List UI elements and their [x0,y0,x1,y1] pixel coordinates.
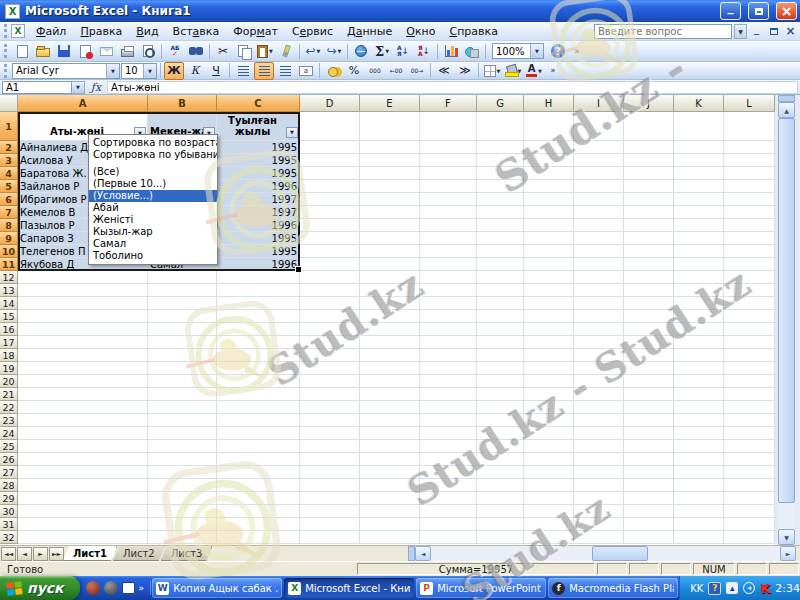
filter-item[interactable]: Кызыл-жар [89,226,217,238]
cell-A13[interactable] [18,284,148,297]
cell-C30[interactable] [217,505,300,518]
select-all-corner[interactable] [0,95,18,112]
cell-G10[interactable] [477,245,524,258]
cell-E30[interactable] [360,505,420,518]
cell-B21[interactable] [148,388,217,401]
cell-L12[interactable] [724,271,775,284]
filter-item[interactable]: Тоболино [89,250,217,262]
row-header-20[interactable]: 20 [0,375,18,388]
cell-E12[interactable] [360,271,420,284]
toolbar-options-button[interactable] [570,42,584,60]
cell-E4[interactable] [360,167,420,180]
cell-G31[interactable] [477,518,524,531]
column-header-G[interactable]: G [477,95,524,112]
app-launcher-icon[interactable] [104,581,118,595]
format-painter-button[interactable] [276,42,296,60]
cell-F5[interactable] [420,180,477,193]
fill-color-button[interactable]: ▼ [503,62,523,80]
cell-K18[interactable] [674,349,724,362]
cell-H16[interactable] [524,323,574,336]
cell-H14[interactable] [524,297,574,310]
cell-J21[interactable] [624,388,674,401]
cell-L26[interactable] [724,453,775,466]
cell-B29[interactable] [148,492,217,505]
row-header-30[interactable]: 30 [0,505,18,518]
cell-E1[interactable] [360,112,420,141]
row-header-16[interactable]: 16 [0,323,18,336]
cell-E29[interactable] [360,492,420,505]
kaspersky-icon[interactable]: K [760,581,770,596]
align-left-button[interactable] [233,62,253,80]
cell-J16[interactable] [624,323,674,336]
cell-D11[interactable] [300,258,360,271]
cell-K11[interactable] [674,258,724,271]
row-header-18[interactable]: 18 [0,349,18,362]
cell-H27[interactable] [524,466,574,479]
underline-button[interactable]: Ч [206,62,226,80]
email-button[interactable] [96,42,116,60]
cell-H10[interactable] [524,245,574,258]
row-header-28[interactable]: 28 [0,479,18,492]
show-desktop-icon[interactable] [122,582,135,594]
cell-B28[interactable] [148,479,217,492]
cell-A15[interactable] [18,310,148,323]
cell-L28[interactable] [724,479,775,492]
cell-D9[interactable] [300,232,360,245]
cell-F7[interactable] [420,206,477,219]
cell-J14[interactable] [624,297,674,310]
cell-K29[interactable] [674,492,724,505]
row-header-23[interactable]: 23 [0,414,18,427]
cell-G11[interactable] [477,258,524,271]
cell-B13[interactable] [148,284,217,297]
cell-C2[interactable]: 1995 [217,141,300,154]
scroll-up-icon[interactable]: ▲ [778,102,795,118]
cell-H28[interactable] [524,479,574,492]
cell-G23[interactable] [477,414,524,427]
row-header-19[interactable]: 19 [0,362,18,375]
cell-I20[interactable] [574,375,624,388]
cell-H1[interactable] [524,112,574,141]
cell-C15[interactable] [217,310,300,323]
cell-E22[interactable] [360,401,420,414]
cell-L18[interactable] [724,349,775,362]
cell-C1[interactable]: Туылған жылы▼ [217,112,300,141]
cell-G19[interactable] [477,362,524,375]
cell-B23[interactable] [148,414,217,427]
menu-Формат[interactable]: Формат [226,23,285,40]
cell-H18[interactable] [524,349,574,362]
row-header-29[interactable]: 29 [0,492,18,505]
row-header-8[interactable]: 8 [0,219,18,232]
cell-C7[interactable]: 1997 [217,206,300,219]
vertical-scrollbar[interactable]: ▲ ▼ [778,95,795,545]
cell-E6[interactable] [360,193,420,206]
cell-I4[interactable] [574,167,624,180]
menu-Вставка[interactable]: Вставка [166,23,227,40]
cell-I5[interactable] [574,180,624,193]
cell-A28[interactable] [18,479,148,492]
cell-J11[interactable] [624,258,674,271]
cell-J30[interactable] [624,505,674,518]
cell-K10[interactable] [674,245,724,258]
cell-J22[interactable] [624,401,674,414]
filter-item[interactable]: Женісті [89,214,217,226]
toolbar-options-button[interactable] [546,62,560,80]
cell-A29[interactable] [18,492,148,505]
cell-G30[interactable] [477,505,524,518]
cell-E19[interactable] [360,362,420,375]
cell-D17[interactable] [300,336,360,349]
cell-I13[interactable] [574,284,624,297]
cell-C8[interactable]: 1996 [217,219,300,232]
taskbar-button-flash[interactable]: fMacromedia Flash Pla... [548,578,678,598]
cell-D23[interactable] [300,414,360,427]
cell-G25[interactable] [477,440,524,453]
cell-I2[interactable] [574,141,624,154]
cell-H21[interactable] [524,388,574,401]
cell-A17[interactable] [18,336,148,349]
thousands-button[interactable]: 000 [365,62,385,80]
cell-E21[interactable] [360,388,420,401]
previous-sheet-button[interactable]: ◄ [17,547,32,561]
cell-C22[interactable] [217,401,300,414]
row-header-11[interactable]: 11 [0,258,18,271]
cell-D32[interactable] [300,531,360,544]
next-sheet-button[interactable]: ► [33,547,48,561]
